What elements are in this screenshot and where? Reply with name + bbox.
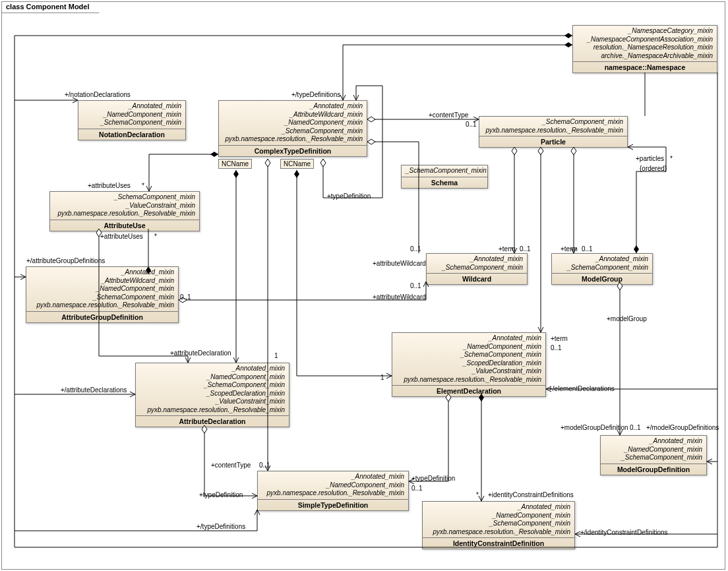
mixin: _SchemaComponent_mixin bbox=[30, 293, 174, 302]
assoc-label: 0..1 bbox=[520, 245, 531, 253]
assoc-label: 1 bbox=[274, 352, 278, 359]
class-wildcard: _Annotated_mixin _SchemaComponent_mixin … bbox=[426, 253, 528, 285]
assoc-label: +/identityConstraintDefinitions bbox=[580, 529, 668, 536]
assoc-label: +attributeUses bbox=[100, 233, 143, 240]
mixin: _Annotated_mixin bbox=[396, 334, 541, 343]
assoc-label: 0..1 bbox=[466, 121, 477, 128]
assoc-label: +attributeWildcard bbox=[373, 260, 426, 267]
mixin: _NamedComponent_mixin bbox=[262, 481, 404, 490]
assoc-label: 0..1 bbox=[410, 245, 421, 253]
class-attribute-group-definition: _Annotated_mixin _AttributeWildcard_mixi… bbox=[26, 266, 179, 323]
assoc-label: +identityConstraintDefinitions bbox=[488, 491, 574, 498]
mixin: pyxb.namespace.resolution._Resolvable_mi… bbox=[223, 135, 363, 144]
mixin: _SchemaComponent_mixin bbox=[427, 520, 570, 528]
assoc-label: +attributeUses bbox=[88, 182, 131, 189]
assoc-label: * bbox=[154, 233, 157, 240]
class-name: ModelGroupDefinition bbox=[601, 464, 706, 475]
mixin: pyxb.namespace.resolution._Resolvable_mi… bbox=[396, 376, 541, 384]
class-simple-type-definition: _Annotated_mixin _NamedComponent_mixin p… bbox=[257, 471, 409, 511]
mixin: _SchemaComponent_mixin bbox=[82, 119, 181, 127]
assoc-label: +particles bbox=[636, 155, 664, 162]
assoc-label: 0..1 bbox=[630, 424, 641, 431]
class-name: NotationDeclaration bbox=[78, 129, 185, 140]
mixin: _Annotated_mixin bbox=[82, 102, 181, 111]
assoc-label: +term bbox=[561, 245, 578, 253]
class-name: namespace::Namespace bbox=[573, 62, 717, 73]
assoc-label: +typeDefinition bbox=[199, 491, 243, 498]
assoc-label: +/typeDefinitions bbox=[197, 523, 245, 530]
assoc-label: 1 bbox=[380, 374, 384, 381]
mixin: _Annotated_mixin bbox=[140, 365, 285, 373]
class-name: Particle bbox=[479, 136, 627, 147]
assoc-label: +contentType bbox=[211, 462, 251, 469]
mixin: _ValueConstraint_mixin bbox=[140, 398, 285, 406]
assoc-label: 0..1 bbox=[259, 462, 270, 469]
assoc-label: +/attributeGroupDefinitions bbox=[26, 257, 105, 264]
class-namespace: _NamespaceCategory_mixin _NamespaceCompo… bbox=[572, 25, 717, 73]
mixin: _Annotated_mixin bbox=[30, 268, 174, 277]
assoc-label: 0..1 bbox=[411, 485, 423, 492]
mixin: pyxb.namespace.resolution._Resolvable_mi… bbox=[483, 127, 623, 135]
class-complex-type-definition: _Annotated_mixin _AttributeWildcard_mixi… bbox=[218, 100, 367, 157]
assoc-label: 0..1 bbox=[551, 344, 562, 351]
assoc-label: +typeDefinition bbox=[327, 193, 371, 200]
class-name: Schema bbox=[402, 177, 487, 188]
assoc-label: 0..1 bbox=[582, 245, 593, 253]
class-model-group: _Annotated_mixin _SchemaComponent_mixin … bbox=[551, 253, 653, 285]
mixin: pyxb.namespace.resolution._Resolvable_mi… bbox=[30, 301, 174, 310]
mixin: _SchemaComponent_mixin bbox=[556, 264, 648, 272]
mixin: _SchemaComponent_mixin bbox=[483, 118, 623, 127]
mixin: _NamedComponent_mixin bbox=[223, 119, 363, 127]
class-notation-declaration: _Annotated_mixin _NamedComponent_mixin _… bbox=[78, 100, 186, 140]
mixin: _NamespaceCategory_mixin bbox=[577, 27, 713, 36]
class-name: ComplexTypeDefinition bbox=[219, 146, 367, 156]
mixin: _ValueConstraint_mixin bbox=[396, 367, 541, 376]
assoc-label: +attributeDeclaration bbox=[170, 349, 231, 357]
mixin: _SchemaComponent_mixin bbox=[431, 264, 523, 272]
assoc-label: +term bbox=[551, 335, 568, 342]
assoc-label: {ordered} bbox=[640, 165, 667, 172]
mixin: archive._NamespaceArchivable_mixin bbox=[577, 52, 713, 61]
assoc-label: +/attributeDeclarations bbox=[61, 386, 127, 394]
class-attribute-use: _SchemaComponent_mixin _ValueConstraint_… bbox=[49, 191, 200, 231]
assoc-label: +modelGroupDefinition bbox=[561, 424, 628, 431]
class-element-declaration: _Annotated_mixin _NamedComponent_mixin _… bbox=[392, 332, 546, 397]
class-attribute-declaration: _Annotated_mixin _NamedComponent_mixin _… bbox=[135, 363, 289, 427]
assoc-label: +term bbox=[499, 245, 516, 253]
assoc-label: * bbox=[476, 491, 479, 498]
assoc-label: +attributeWildcard bbox=[373, 293, 426, 301]
mixin: _ScopedDeclaration_mixin bbox=[396, 359, 541, 368]
mixin: _AttributeWildcard_mixin bbox=[30, 277, 174, 286]
assoc-label: +/modelGroupDefinitions bbox=[646, 424, 719, 431]
mixin: _NamedComponent_mixin bbox=[605, 446, 702, 454]
mixin: _NamedComponent_mixin bbox=[140, 373, 285, 382]
assoc-label: +contentType bbox=[429, 111, 468, 119]
mixin: _NamespaceComponentAssociation_mixin bbox=[577, 36, 713, 44]
mixin: _Annotated_mixin bbox=[431, 255, 523, 264]
frame-title: class Component Model bbox=[1, 1, 100, 13]
class-name: ElementDeclaration bbox=[392, 386, 545, 396]
assoc-label: +/elementDeclarations bbox=[549, 385, 615, 392]
mixin: pyxb.namespace.resolution._Resolvable_mi… bbox=[262, 489, 404, 498]
class-name: Wildcard bbox=[427, 274, 527, 284]
qualifier-ncname: NCName bbox=[218, 159, 252, 169]
mixin: _SchemaComponent_mixin bbox=[396, 351, 541, 359]
mixin: _AttributeWildcard_mixin bbox=[223, 111, 363, 119]
mixin: _Annotated_mixin bbox=[262, 473, 404, 481]
mixin: _Annotated_mixin bbox=[605, 437, 702, 446]
mixin: _NamedComponent_mixin bbox=[82, 111, 181, 119]
mixin: _ValueConstraint_mixin bbox=[54, 202, 195, 210]
assoc-label: +modelGroup bbox=[607, 315, 647, 322]
mixin: _SchemaComponent_mixin bbox=[54, 193, 195, 202]
class-name: ModelGroup bbox=[552, 274, 652, 284]
mixin: _NamedComponent_mixin bbox=[30, 285, 174, 293]
mixin: _Annotated_mixin bbox=[427, 503, 570, 512]
mixin: _Annotated_mixin bbox=[223, 102, 363, 111]
assoc-label: +typeDefinition bbox=[411, 475, 455, 482]
assoc-label: +/notationDeclarations bbox=[65, 91, 131, 98]
mixin: _Annotated_mixin bbox=[556, 255, 648, 264]
class-identity-constraint-definition: _Annotated_mixin _NamedComponent_mixin _… bbox=[422, 501, 575, 549]
mixin: _SchemaComponent_mixin bbox=[406, 167, 483, 175]
class-particle: _SchemaComponent_mixin pyxb.namespace.re… bbox=[479, 116, 628, 148]
class-name: AttributeUse bbox=[50, 220, 199, 231]
